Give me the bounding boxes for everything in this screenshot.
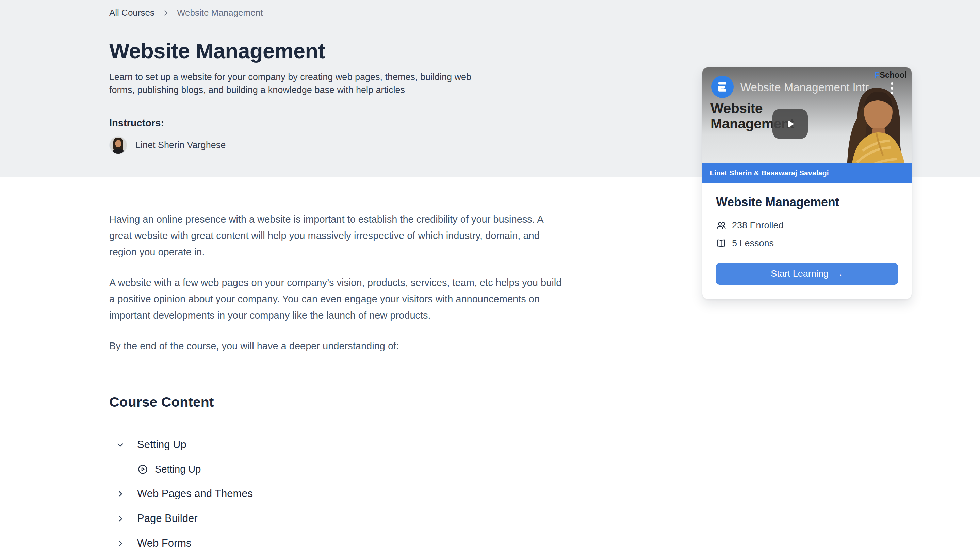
channel-logo-icon xyxy=(711,76,734,98)
video-thumbnail[interactable]: Website Management Intr... FSchool Websi… xyxy=(702,68,912,183)
chevron-right-icon xyxy=(116,539,125,548)
section-web-pages-and-themes[interactable]: Web Pages and Themes xyxy=(116,486,980,501)
arrow-right-icon: → xyxy=(834,269,843,279)
enrolled-count: 238 Enrolled xyxy=(732,220,784,231)
chevron-right-icon xyxy=(116,489,125,498)
lessons-count: 5 Lessons xyxy=(732,238,774,249)
overview-paragraph: A website with a few web pages on your c… xyxy=(109,275,567,323)
book-icon xyxy=(716,238,726,249)
start-learning-button[interactable]: Start Learning → xyxy=(716,263,898,284)
chevron-right-icon xyxy=(162,9,170,17)
breadcrumb-all-courses[interactable]: All Courses xyxy=(109,8,155,18)
overview-paragraph: By the end of the course, you will have … xyxy=(109,338,567,354)
users-icon xyxy=(716,220,726,231)
course-content-heading: Course Content xyxy=(109,394,980,410)
course-description: Learn to set up a website for your compa… xyxy=(109,71,475,96)
breadcrumb: All Courses Website Management xyxy=(109,0,980,18)
instructor-name: Linet Sherin Varghese xyxy=(135,140,226,150)
section-title: Web Forms xyxy=(137,537,191,549)
instructor-avatar xyxy=(109,136,127,154)
play-circle-icon xyxy=(137,464,148,475)
chevron-down-icon xyxy=(116,440,125,449)
course-card-body: Website Management 238 Enrolled 5 Lesson… xyxy=(702,183,912,299)
video-caption-bar: Linet Sherin & Basawaraj Savalagi xyxy=(702,163,912,183)
overview-paragraph: Having an online presence with a website… xyxy=(109,211,567,260)
lesson-setting-up[interactable]: Setting Up xyxy=(137,462,980,476)
section-page-builder[interactable]: Page Builder xyxy=(116,511,980,526)
course-card: Website Management Intr... FSchool Websi… xyxy=(702,68,912,299)
enrolled-row: 238 Enrolled xyxy=(716,220,898,231)
video-caption: Linet Sherin & Basawaraj Savalagi xyxy=(710,169,829,177)
course-card-title: Website Management xyxy=(716,195,898,209)
section-web-forms[interactable]: Web Forms xyxy=(116,536,980,551)
section-setting-up[interactable]: Setting Up xyxy=(116,437,980,452)
breadcrumb-current-page: Website Management xyxy=(177,8,263,18)
section-title: Web Pages and Themes xyxy=(137,488,253,500)
fschool-watermark: FSchool xyxy=(874,70,907,79)
section-title: Page Builder xyxy=(137,513,198,524)
section-title: Setting Up xyxy=(137,438,186,451)
page-title: Website Management xyxy=(109,38,980,63)
lessons-row: 5 Lessons xyxy=(716,238,898,249)
lesson-title: Setting Up xyxy=(155,464,201,475)
course-content-list: Setting Up Setting Up Web Pages and Them… xyxy=(109,437,980,551)
chevron-right-icon xyxy=(116,514,125,523)
play-button[interactable] xyxy=(772,109,808,139)
